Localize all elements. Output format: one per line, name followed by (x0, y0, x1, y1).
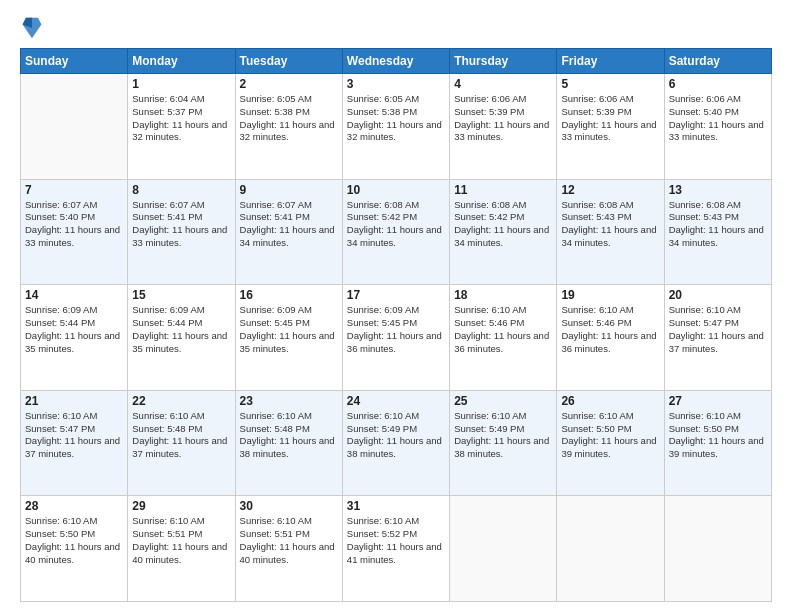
day-details: Sunrise: 6:10 AMSunset: 5:49 PMDaylight:… (454, 410, 552, 461)
day-number: 30 (240, 499, 338, 513)
col-sunday: Sunday (21, 49, 128, 74)
day-details: Sunrise: 6:10 AMSunset: 5:50 PMDaylight:… (669, 410, 767, 461)
col-thursday: Thursday (450, 49, 557, 74)
day-number: 25 (454, 394, 552, 408)
calendar-day-cell: 7Sunrise: 6:07 AMSunset: 5:40 PMDaylight… (21, 179, 128, 285)
day-number: 8 (132, 183, 230, 197)
day-number: 1 (132, 77, 230, 91)
calendar-day-cell: 23Sunrise: 6:10 AMSunset: 5:48 PMDayligh… (235, 390, 342, 496)
calendar-day-cell: 28Sunrise: 6:10 AMSunset: 5:50 PMDayligh… (21, 496, 128, 602)
day-details: Sunrise: 6:08 AMSunset: 5:43 PMDaylight:… (561, 199, 659, 250)
day-details: Sunrise: 6:05 AMSunset: 5:38 PMDaylight:… (347, 93, 445, 144)
calendar-week-row: 14Sunrise: 6:09 AMSunset: 5:44 PMDayligh… (21, 285, 772, 391)
day-number: 14 (25, 288, 123, 302)
day-number: 18 (454, 288, 552, 302)
day-details: Sunrise: 6:06 AMSunset: 5:39 PMDaylight:… (454, 93, 552, 144)
calendar-day-cell: 26Sunrise: 6:10 AMSunset: 5:50 PMDayligh… (557, 390, 664, 496)
calendar-day-cell: 27Sunrise: 6:10 AMSunset: 5:50 PMDayligh… (664, 390, 771, 496)
day-details: Sunrise: 6:06 AMSunset: 5:40 PMDaylight:… (669, 93, 767, 144)
day-number: 13 (669, 183, 767, 197)
calendar-day-cell: 31Sunrise: 6:10 AMSunset: 5:52 PMDayligh… (342, 496, 449, 602)
day-number: 19 (561, 288, 659, 302)
day-details: Sunrise: 6:07 AMSunset: 5:40 PMDaylight:… (25, 199, 123, 250)
calendar-day-cell: 5Sunrise: 6:06 AMSunset: 5:39 PMDaylight… (557, 74, 664, 180)
empty-cell (21, 74, 128, 180)
empty-cell (557, 496, 664, 602)
calendar-day-cell: 4Sunrise: 6:06 AMSunset: 5:39 PMDaylight… (450, 74, 557, 180)
calendar-day-cell: 3Sunrise: 6:05 AMSunset: 5:38 PMDaylight… (342, 74, 449, 180)
calendar-day-cell: 1Sunrise: 6:04 AMSunset: 5:37 PMDaylight… (128, 74, 235, 180)
col-wednesday: Wednesday (342, 49, 449, 74)
day-details: Sunrise: 6:09 AMSunset: 5:44 PMDaylight:… (25, 304, 123, 355)
logo-icon (22, 16, 42, 40)
calendar-day-cell: 24Sunrise: 6:10 AMSunset: 5:49 PMDayligh… (342, 390, 449, 496)
calendar-week-row: 1Sunrise: 6:04 AMSunset: 5:37 PMDaylight… (21, 74, 772, 180)
calendar-day-cell: 13Sunrise: 6:08 AMSunset: 5:43 PMDayligh… (664, 179, 771, 285)
day-details: Sunrise: 6:10 AMSunset: 5:51 PMDaylight:… (240, 515, 338, 566)
logo (20, 16, 46, 40)
calendar-day-cell: 11Sunrise: 6:08 AMSunset: 5:42 PMDayligh… (450, 179, 557, 285)
col-tuesday: Tuesday (235, 49, 342, 74)
calendar-day-cell: 17Sunrise: 6:09 AMSunset: 5:45 PMDayligh… (342, 285, 449, 391)
calendar-table: Sunday Monday Tuesday Wednesday Thursday… (20, 48, 772, 602)
day-number: 12 (561, 183, 659, 197)
day-number: 29 (132, 499, 230, 513)
day-number: 20 (669, 288, 767, 302)
day-number: 31 (347, 499, 445, 513)
day-details: Sunrise: 6:09 AMSunset: 5:44 PMDaylight:… (132, 304, 230, 355)
day-number: 17 (347, 288, 445, 302)
calendar-day-cell: 22Sunrise: 6:10 AMSunset: 5:48 PMDayligh… (128, 390, 235, 496)
day-details: Sunrise: 6:06 AMSunset: 5:39 PMDaylight:… (561, 93, 659, 144)
empty-cell (450, 496, 557, 602)
page: Sunday Monday Tuesday Wednesday Thursday… (0, 0, 792, 612)
calendar-week-row: 28Sunrise: 6:10 AMSunset: 5:50 PMDayligh… (21, 496, 772, 602)
day-number: 3 (347, 77, 445, 91)
calendar-day-cell: 21Sunrise: 6:10 AMSunset: 5:47 PMDayligh… (21, 390, 128, 496)
day-number: 7 (25, 183, 123, 197)
day-details: Sunrise: 6:10 AMSunset: 5:46 PMDaylight:… (454, 304, 552, 355)
day-number: 21 (25, 394, 123, 408)
col-friday: Friday (557, 49, 664, 74)
calendar-day-cell: 15Sunrise: 6:09 AMSunset: 5:44 PMDayligh… (128, 285, 235, 391)
day-number: 15 (132, 288, 230, 302)
day-details: Sunrise: 6:07 AMSunset: 5:41 PMDaylight:… (240, 199, 338, 250)
calendar-day-cell: 10Sunrise: 6:08 AMSunset: 5:42 PMDayligh… (342, 179, 449, 285)
day-details: Sunrise: 6:10 AMSunset: 5:52 PMDaylight:… (347, 515, 445, 566)
col-saturday: Saturday (664, 49, 771, 74)
day-details: Sunrise: 6:10 AMSunset: 5:47 PMDaylight:… (25, 410, 123, 461)
day-details: Sunrise: 6:08 AMSunset: 5:42 PMDaylight:… (347, 199, 445, 250)
day-number: 22 (132, 394, 230, 408)
day-details: Sunrise: 6:09 AMSunset: 5:45 PMDaylight:… (240, 304, 338, 355)
day-details: Sunrise: 6:10 AMSunset: 5:49 PMDaylight:… (347, 410, 445, 461)
empty-cell (664, 496, 771, 602)
day-details: Sunrise: 6:10 AMSunset: 5:47 PMDaylight:… (669, 304, 767, 355)
day-details: Sunrise: 6:08 AMSunset: 5:42 PMDaylight:… (454, 199, 552, 250)
day-number: 27 (669, 394, 767, 408)
day-number: 5 (561, 77, 659, 91)
day-number: 28 (25, 499, 123, 513)
day-details: Sunrise: 6:05 AMSunset: 5:38 PMDaylight:… (240, 93, 338, 144)
header (20, 16, 772, 40)
day-number: 23 (240, 394, 338, 408)
day-number: 11 (454, 183, 552, 197)
col-monday: Monday (128, 49, 235, 74)
day-details: Sunrise: 6:10 AMSunset: 5:51 PMDaylight:… (132, 515, 230, 566)
calendar-day-cell: 25Sunrise: 6:10 AMSunset: 5:49 PMDayligh… (450, 390, 557, 496)
calendar-day-cell: 2Sunrise: 6:05 AMSunset: 5:38 PMDaylight… (235, 74, 342, 180)
calendar-header-row: Sunday Monday Tuesday Wednesday Thursday… (21, 49, 772, 74)
day-details: Sunrise: 6:09 AMSunset: 5:45 PMDaylight:… (347, 304, 445, 355)
day-details: Sunrise: 6:10 AMSunset: 5:50 PMDaylight:… (25, 515, 123, 566)
day-details: Sunrise: 6:10 AMSunset: 5:48 PMDaylight:… (132, 410, 230, 461)
calendar-day-cell: 6Sunrise: 6:06 AMSunset: 5:40 PMDaylight… (664, 74, 771, 180)
day-details: Sunrise: 6:04 AMSunset: 5:37 PMDaylight:… (132, 93, 230, 144)
day-details: Sunrise: 6:10 AMSunset: 5:46 PMDaylight:… (561, 304, 659, 355)
calendar-day-cell: 9Sunrise: 6:07 AMSunset: 5:41 PMDaylight… (235, 179, 342, 285)
day-number: 26 (561, 394, 659, 408)
calendar-day-cell: 29Sunrise: 6:10 AMSunset: 5:51 PMDayligh… (128, 496, 235, 602)
day-details: Sunrise: 6:10 AMSunset: 5:50 PMDaylight:… (561, 410, 659, 461)
day-details: Sunrise: 6:10 AMSunset: 5:48 PMDaylight:… (240, 410, 338, 461)
day-number: 24 (347, 394, 445, 408)
day-number: 2 (240, 77, 338, 91)
calendar-day-cell: 12Sunrise: 6:08 AMSunset: 5:43 PMDayligh… (557, 179, 664, 285)
calendar-day-cell: 30Sunrise: 6:10 AMSunset: 5:51 PMDayligh… (235, 496, 342, 602)
